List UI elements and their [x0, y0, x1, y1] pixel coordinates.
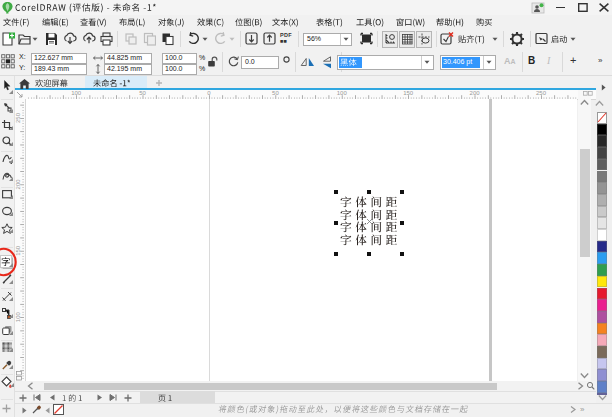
svg-text:100: 100 [15, 312, 21, 323]
svg-text:200: 200 [15, 179, 21, 190]
svg-text:250: 250 [15, 112, 21, 123]
